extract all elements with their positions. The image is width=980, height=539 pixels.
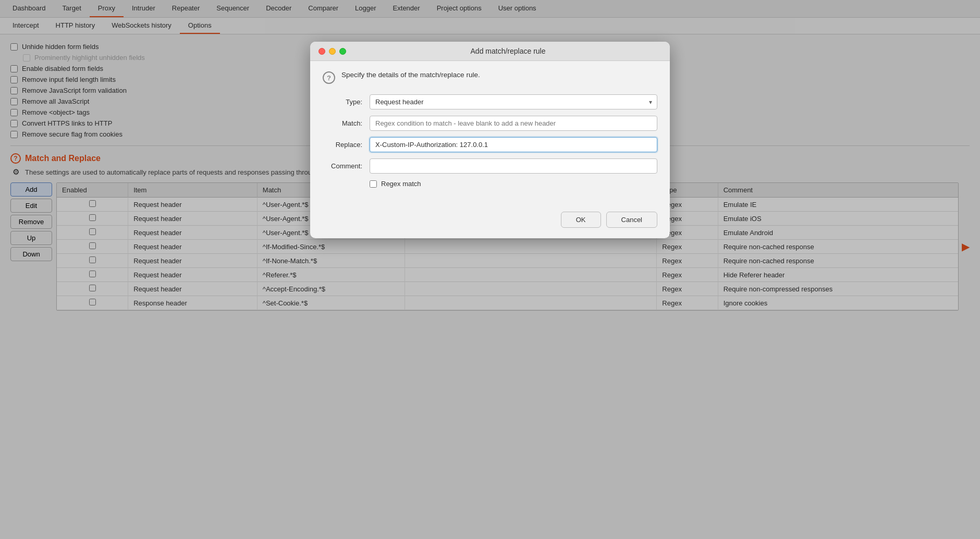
match-input-wrapper [370,116,657,131]
cancel-button[interactable]: Cancel [606,212,657,228]
dialog-title: Add match/replace rule [354,47,662,55]
regex-match-row: Regex match [370,180,657,188]
type-row: Type: Request headerRequest bodyResponse… [323,94,657,109]
traffic-light-close[interactable] [318,48,325,55]
match-input[interactable] [370,116,657,131]
traffic-light-maximize[interactable] [339,48,346,55]
regex-match-label: Regex match [381,180,421,188]
comment-input[interactable] [370,158,657,174]
dialog-intro-text: Specify the details of the match/replace… [341,70,480,80]
replace-input-wrapper [370,137,657,152]
dialog-intro: ? Specify the details of the match/repla… [323,70,657,84]
type-select[interactable]: Request headerRequest bodyResponse heade… [370,94,657,109]
match-label: Match: [323,119,370,127]
type-label: Type: [323,98,370,106]
dialog-help-icon[interactable]: ? [323,71,335,84]
modal-overlay: Add match/replace rule ? Specify the det… [0,0,980,319]
replace-row: Replace: [323,137,657,152]
traffic-lights [318,48,346,55]
ok-button[interactable]: OK [561,212,601,228]
dialog-footer: OK Cancel [310,206,670,238]
comment-label: Comment: [323,162,370,170]
comment-input-wrapper [370,158,657,174]
replace-input[interactable] [370,137,657,152]
comment-row: Comment: [323,158,657,174]
match-row: Match: [323,116,657,131]
dialog: Add match/replace rule ? Specify the det… [310,42,670,238]
dialog-titlebar: Add match/replace rule [310,42,670,61]
replace-label: Replace: [323,141,370,149]
regex-match-checkbox[interactable] [370,180,377,188]
type-select-wrapper: Request headerRequest bodyResponse heade… [370,94,657,109]
traffic-light-minimize[interactable] [329,48,336,55]
dialog-body: ? Specify the details of the match/repla… [310,61,670,206]
